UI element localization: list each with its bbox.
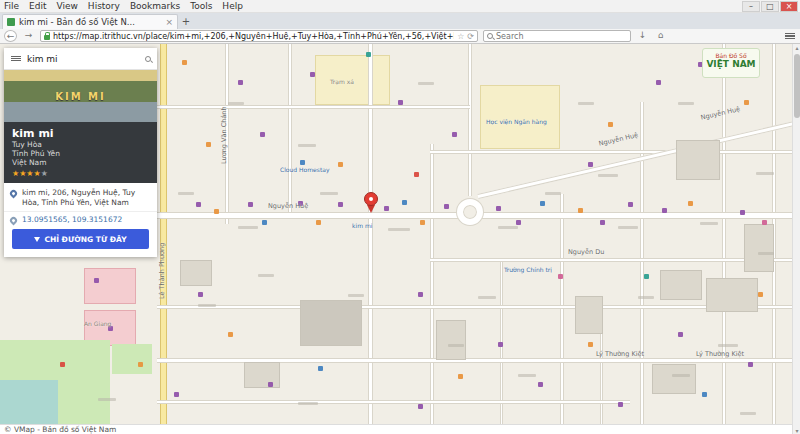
poi-icon[interactable] bbox=[300, 160, 305, 165]
menu-view[interactable]: View bbox=[57, 1, 78, 11]
map-search-icon[interactable] bbox=[145, 56, 151, 62]
poi-icon[interactable] bbox=[744, 100, 749, 105]
poi-icon[interactable] bbox=[762, 220, 767, 225]
close-window-button[interactable]: × bbox=[780, 1, 798, 12]
poi-icon[interactable] bbox=[228, 332, 233, 337]
browser-search-bar[interactable] bbox=[483, 30, 631, 42]
poi-icon[interactable] bbox=[516, 220, 521, 225]
menu-edit[interactable]: Edit bbox=[29, 1, 46, 11]
poi-icon[interactable] bbox=[420, 220, 425, 225]
poi-icon[interactable] bbox=[316, 220, 321, 225]
poi-icon[interactable] bbox=[458, 374, 463, 379]
menu-history[interactable]: History bbox=[88, 1, 120, 11]
minor-label bbox=[348, 294, 364, 297]
poi-icon[interactable] bbox=[688, 201, 693, 206]
poi-icon[interactable] bbox=[758, 292, 763, 297]
poi-icon[interactable] bbox=[310, 72, 315, 77]
poi-icon[interactable] bbox=[206, 142, 211, 147]
home-icon[interactable]: ⌂ bbox=[654, 30, 667, 42]
map-search-input[interactable] bbox=[27, 54, 140, 64]
poi-icon[interactable] bbox=[318, 366, 323, 371]
minimize-button[interactable]: – bbox=[742, 1, 760, 12]
poi-icon[interactable] bbox=[214, 209, 219, 214]
poi-icon[interactable] bbox=[384, 206, 389, 211]
poi-icon[interactable] bbox=[600, 220, 605, 225]
poi-icon[interactable] bbox=[196, 202, 201, 207]
coordinates-row[interactable]: 13.0951565, 109.3151672 bbox=[4, 212, 157, 229]
menu-bookmarks[interactable]: Bookmarks bbox=[130, 1, 180, 11]
poi-icon[interactable] bbox=[656, 80, 661, 85]
poi-icon[interactable] bbox=[238, 80, 243, 85]
poi-icon[interactable] bbox=[578, 208, 583, 213]
poi-icon[interactable] bbox=[662, 208, 667, 213]
poi-icon[interactable] bbox=[496, 206, 501, 211]
browser-search-input[interactable] bbox=[496, 32, 627, 41]
page-scrollbar[interactable]: ▴ ▾ bbox=[792, 44, 800, 434]
poi-icon[interactable] bbox=[262, 220, 267, 225]
poi-icon[interactable] bbox=[60, 362, 65, 367]
poi-icon[interactable] bbox=[452, 132, 457, 137]
poi-icon[interactable] bbox=[138, 362, 143, 367]
scrollbar-thumb[interactable] bbox=[794, 54, 800, 118]
poi-icon[interactable] bbox=[182, 60, 187, 65]
poi-icon[interactable] bbox=[588, 342, 593, 347]
poi-icon[interactable] bbox=[444, 204, 449, 209]
poi-icon[interactable] bbox=[538, 382, 543, 387]
poi-icon[interactable] bbox=[644, 274, 649, 279]
tab-kim-mi[interactable]: kim mi - Bản đồ số Việt N... × bbox=[2, 14, 178, 29]
poi-icon[interactable] bbox=[628, 202, 633, 207]
poi-icon[interactable] bbox=[94, 278, 99, 283]
poi-icon[interactable] bbox=[702, 392, 707, 397]
menu-tools[interactable]: Tools bbox=[190, 1, 212, 11]
poi-icon[interactable] bbox=[558, 274, 563, 279]
new-tab-button[interactable]: + bbox=[178, 15, 194, 29]
downloads-icon[interactable]: ↓ bbox=[636, 30, 649, 42]
tab-close-icon[interactable]: × bbox=[165, 17, 173, 27]
poi-icon[interactable] bbox=[608, 122, 613, 127]
poi-label: An Giang bbox=[84, 320, 111, 327]
poi-icon[interactable] bbox=[540, 201, 545, 206]
poi-icon[interactable] bbox=[678, 332, 683, 337]
scroll-down-icon[interactable]: ▾ bbox=[793, 427, 800, 434]
url-input[interactable] bbox=[53, 32, 454, 41]
directions-button[interactable]: CHỈ ĐƯỜNG TỪ ĐÂY bbox=[12, 229, 149, 249]
map-search-bar[interactable] bbox=[4, 48, 157, 70]
poi-icon[interactable] bbox=[366, 52, 371, 57]
address-row[interactable]: kim mi, 206, Nguyễn Huệ, Tuy Hòa, Tỉnh P… bbox=[4, 183, 157, 212]
menu-hamburger-icon[interactable] bbox=[784, 31, 796, 41]
poi-icon[interactable] bbox=[418, 404, 423, 409]
rating-stars[interactable]: ★★★★★ bbox=[12, 169, 149, 178]
poi-icon[interactable] bbox=[198, 292, 203, 297]
menu-file[interactable]: File bbox=[4, 1, 19, 11]
forward-button[interactable]: → bbox=[22, 30, 35, 42]
poi-icon[interactable] bbox=[402, 200, 407, 205]
back-button[interactable]: ← bbox=[4, 30, 17, 42]
poi-icon[interactable] bbox=[398, 100, 403, 105]
sidebar-hamburger-icon[interactable] bbox=[10, 54, 22, 64]
poi-icon[interactable] bbox=[748, 362, 753, 367]
poi-icon[interactable] bbox=[740, 210, 745, 215]
reload-icon[interactable]: ⟳ bbox=[467, 32, 474, 41]
place-photo[interactable]: KIM MI bbox=[4, 70, 157, 122]
poi-icon[interactable] bbox=[418, 292, 423, 297]
maximize-button[interactable]: □ bbox=[761, 1, 779, 12]
poi-icon[interactable] bbox=[338, 162, 343, 167]
lock-icon bbox=[44, 35, 50, 40]
menu-help[interactable]: Help bbox=[222, 1, 243, 11]
address-bar[interactable]: ☆ ⟳ bbox=[40, 30, 478, 42]
poi-icon[interactable] bbox=[248, 202, 253, 207]
street-label: Nguyễn Huệ bbox=[598, 131, 639, 148]
map-canvas[interactable]: Bản Đồ Số VIỆT NAM KIM MI kim mi Tuy Hòa… bbox=[0, 44, 792, 424]
poi-icon[interactable] bbox=[260, 132, 265, 137]
scroll-up-icon[interactable]: ▴ bbox=[793, 44, 800, 51]
poi-icon[interactable] bbox=[338, 202, 343, 207]
poi-icon[interactable] bbox=[588, 162, 593, 167]
bookmark-star-icon[interactable]: ☆ bbox=[457, 32, 464, 41]
poi-icon[interactable] bbox=[498, 342, 503, 347]
poi-icon[interactable] bbox=[414, 172, 419, 177]
map-marker-pin[interactable] bbox=[363, 192, 379, 214]
poi-icon[interactable] bbox=[618, 402, 623, 407]
building bbox=[660, 270, 702, 300]
poi-icon[interactable] bbox=[174, 392, 179, 397]
poi-icon[interactable] bbox=[268, 382, 273, 387]
